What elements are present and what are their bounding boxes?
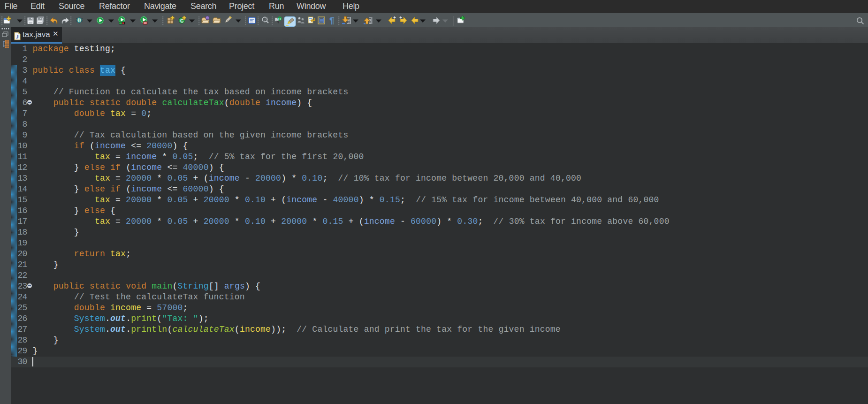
svg-text:J: J xyxy=(16,33,19,40)
svg-text:C: C xyxy=(278,17,281,21)
svg-text:C: C xyxy=(180,18,183,23)
svg-text:¶: ¶ xyxy=(329,15,335,25)
